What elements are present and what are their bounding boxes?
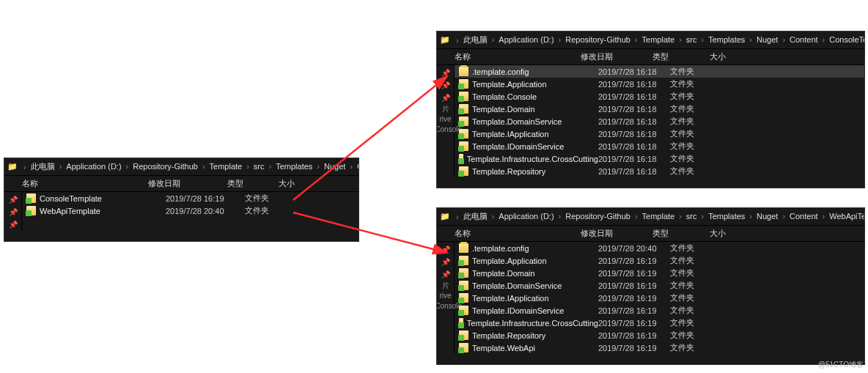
chevron-right-icon: ›	[453, 36, 462, 45]
breadcrumb-segment[interactable]: Repository-Github	[564, 35, 632, 44]
breadcrumb-segment[interactable]: Nuget	[323, 162, 347, 171]
breadcrumb-segment[interactable]: Content	[788, 212, 820, 221]
col-type[interactable]: 类型	[223, 178, 274, 189]
breadcrumb-segment[interactable]: Template	[208, 162, 244, 171]
table-row[interactable]: Template.DomainService2019/7/28 16:18文件夹	[455, 115, 864, 128]
chevron-right-icon: ›	[56, 162, 65, 171]
table-row[interactable]: Template.Console2019/7/28 16:18文件夹	[455, 90, 864, 103]
file-type: 文件夹	[245, 193, 296, 204]
table-row[interactable]: Template.Repository2019/7/28 16:18文件夹	[455, 165, 864, 177]
chevron-right-icon: ›	[266, 162, 275, 171]
table-row[interactable]: Template.DomainService2019/7/28 16:19文件夹	[455, 279, 864, 292]
table-row[interactable]: Template.IDomainService2019/7/28 16:19文件…	[455, 304, 864, 317]
col-size[interactable]: 大小	[705, 228, 749, 239]
breadcrumb-segment[interactable]: Templates	[274, 162, 314, 171]
table-row[interactable]: Template.WebApi2019/7/28 16:19文件夹	[455, 341, 864, 354]
breadcrumb-segment[interactable]: Application (D:)	[497, 212, 555, 221]
folder-shortcut-icon	[459, 104, 468, 114]
pin-icon: 📌	[441, 245, 450, 254]
file-type: 文件夹	[670, 153, 727, 164]
breadcrumb-segment[interactable]: Template	[641, 35, 677, 44]
folder-icon: 📁	[440, 212, 450, 222]
chevron-right-icon: ›	[21, 163, 29, 171]
breadcrumb[interactable]: 📁 › 此电脑›Application (D:)›Repository-Gith…	[4, 158, 358, 176]
breadcrumb-segment[interactable]: Repository-Github	[131, 162, 199, 171]
sidebar-label: rive	[439, 114, 451, 125]
col-type[interactable]: 类型	[648, 51, 705, 62]
breadcrumb-segment[interactable]: Nuget	[755, 212, 779, 221]
file-list[interactable]: .template.config2019/7/28 16:18文件夹Templa…	[455, 65, 864, 177]
breadcrumb-items: 此电脑›Application (D:)›Repository-Github›T…	[29, 161, 359, 172]
breadcrumb-segment[interactable]: Application (D:)	[65, 162, 122, 171]
table-row[interactable]: Template.Domain2019/7/28 16:19文件夹	[455, 267, 864, 279]
file-name: Template.IDomainService	[472, 306, 564, 315]
breadcrumb-segment[interactable]: src	[252, 162, 266, 171]
chevron-right-icon: ›	[676, 212, 685, 221]
folder-shortcut-icon	[459, 343, 468, 352]
file-type: 文件夹	[670, 305, 727, 316]
chevron-right-icon: ›	[199, 162, 208, 171]
chevron-right-icon: ›	[243, 162, 252, 171]
table-row[interactable]: Template.IApplication2019/7/28 16:19文件夹	[455, 292, 864, 304]
table-row[interactable]: .template.config2019/7/28 20:40文件夹	[455, 242, 864, 254]
folder-icon	[459, 67, 468, 76]
breadcrumb[interactable]: 📁 › 此电脑›Application (D:)›Repository-Gith…	[437, 32, 864, 49]
breadcrumb-segment[interactable]: Template	[641, 212, 677, 221]
breadcrumb-segment[interactable]: 此电脑	[462, 212, 489, 221]
table-row[interactable]: Template.Repository2019/7/28 16:19文件夹	[455, 329, 864, 341]
breadcrumb-segment[interactable]: Nuget	[755, 35, 779, 44]
breadcrumb-items: 此电脑›Application (D:)›Repository-Github›T…	[462, 211, 865, 222]
file-name: Template.Application	[472, 256, 547, 265]
table-row[interactable]: Template.Infrastructure.CrossCutting2019…	[455, 317, 864, 329]
table-row[interactable]: Template.Domain2019/7/28 16:18文件夹	[455, 103, 864, 115]
file-date: 2019/7/28 16:19	[598, 319, 670, 328]
file-date: 2019/7/28 16:18	[598, 117, 670, 126]
col-size[interactable]: 大小	[705, 51, 749, 62]
breadcrumb-segment[interactable]: Content	[356, 162, 359, 171]
file-name: .template.config	[472, 67, 529, 76]
breadcrumb-segment[interactable]: ConsoleTemplate	[828, 35, 865, 44]
file-name: Template.Console	[472, 92, 537, 101]
chevron-right-icon: ›	[123, 162, 132, 171]
col-date[interactable]: 修改日期	[576, 51, 648, 62]
col-date[interactable]: 修改日期	[144, 178, 223, 189]
pin-icon: 📌	[441, 81, 450, 89]
breadcrumb-segment[interactable]: 此电脑	[29, 162, 56, 171]
column-headers[interactable]: 名称 修改日期 类型 大小	[437, 49, 864, 65]
breadcrumb-segment[interactable]: Templates	[707, 212, 746, 221]
file-list[interactable]: .template.config2019/7/28 20:40文件夹Templa…	[455, 242, 864, 354]
chevron-right-icon: ›	[347, 162, 356, 171]
col-name[interactable]: 名称	[4, 178, 144, 189]
col-size[interactable]: 大小	[274, 178, 318, 189]
breadcrumb-segment[interactable]: src	[685, 35, 699, 44]
table-row[interactable]: Template.Application2019/7/28 16:18文件夹	[455, 78, 864, 90]
file-list[interactable]: ConsoleTemplate2019/7/28 16:19文件夹WebApiT…	[22, 192, 358, 231]
folder-shortcut-icon	[459, 129, 468, 139]
table-row[interactable]: Template.Infrastructure.CrossCutting2019…	[455, 152, 864, 165]
folder-shortcut-icon	[459, 166, 468, 176]
breadcrumb-segment[interactable]: Repository-Github	[564, 212, 632, 221]
table-row[interactable]: .template.config2019/7/28 16:18文件夹	[455, 65, 864, 78]
folder-shortcut-icon	[459, 293, 468, 303]
file-date: 2019/7/28 16:18	[598, 155, 670, 163]
breadcrumb-segment[interactable]: WebApiTemplate	[828, 212, 865, 221]
table-row[interactable]: Template.IApplication2019/7/28 16:18文件夹	[455, 128, 864, 140]
column-headers[interactable]: 名称 修改日期 类型 大小	[437, 226, 864, 242]
breadcrumb-segment[interactable]: Content	[788, 35, 820, 44]
folder-shortcut-icon	[459, 79, 468, 89]
breadcrumb-segment[interactable]: 此电脑	[462, 35, 489, 44]
col-type[interactable]: 类型	[648, 228, 705, 239]
breadcrumb-segment[interactable]: Application (D:)	[497, 35, 555, 44]
breadcrumb-segment[interactable]: src	[685, 212, 699, 221]
table-row[interactable]: ConsoleTemplate2019/7/28 16:19文件夹	[22, 192, 358, 204]
table-row[interactable]: Template.Application2019/7/28 16:19文件夹	[455, 254, 864, 267]
col-name[interactable]: 名称	[437, 228, 576, 239]
column-headers[interactable]: 名称 修改日期 类型 大小	[4, 176, 358, 192]
col-date[interactable]: 修改日期	[576, 228, 648, 239]
table-row[interactable]: Template.IDomainService2019/7/28 16:18文件…	[455, 140, 864, 152]
col-name[interactable]: 名称	[437, 51, 576, 62]
file-type: 文件夹	[670, 243, 727, 254]
table-row[interactable]: WebApiTemplate2019/7/28 20:40文件夹	[22, 204, 358, 217]
breadcrumb[interactable]: 📁 › 此电脑›Application (D:)›Repository-Gith…	[437, 208, 864, 226]
breadcrumb-segment[interactable]: Templates	[707, 35, 746, 44]
